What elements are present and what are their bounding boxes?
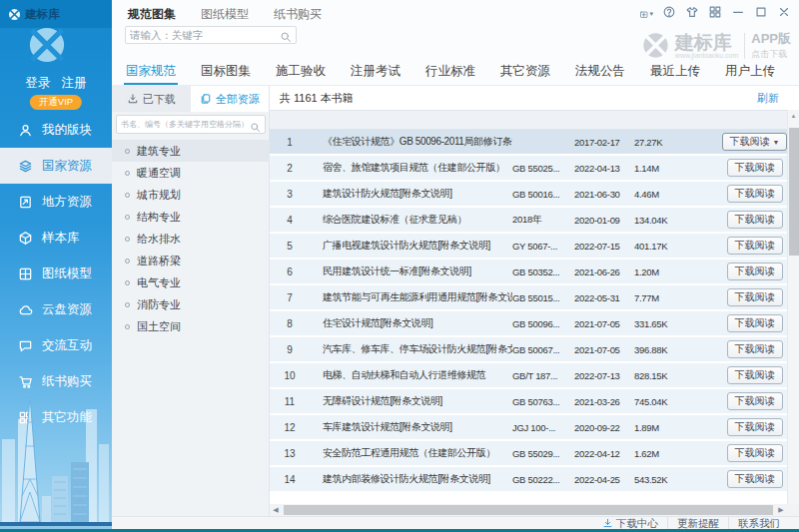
window-titlebar: 规范图集 图纸模型 纸书购买 ▾▾▾▾▾▾▾ xyxy=(112,0,799,28)
window-control[interactable]: ▾ xyxy=(662,7,676,21)
table-row[interactable]: 13 安全防范工程通用规范（住建部公开版） GB 55029... 2022-0… xyxy=(270,441,787,467)
search-icon[interactable] xyxy=(250,119,261,130)
table-row[interactable]: 12 车库建筑设计规范[附条文说明] JGJ 100-... 2020-09-2… xyxy=(270,415,787,441)
top-tab[interactable]: 图纸模型 xyxy=(201,6,249,23)
window-control[interactable]: ▾ xyxy=(708,7,722,21)
table-row[interactable]: 5 广播电视建筑设计防火规范[附条文说明] GY 5067-... 2022-0… xyxy=(270,234,787,260)
category-tab[interactable]: 国标图集 xyxy=(199,57,253,85)
sidebar-nav-item[interactable]: 我的版块 xyxy=(0,112,112,148)
vertical-scrollbar-thumb[interactable] xyxy=(789,128,799,256)
row-number: 4 xyxy=(270,215,310,226)
bullet-icon xyxy=(125,215,130,220)
pages-icon xyxy=(200,93,212,105)
refresh-link[interactable]: 刷新 xyxy=(757,86,779,110)
table-row[interactable]: 4 综合医院建设标准（征求意见稿） 2018年 2020-01-09 134.0… xyxy=(270,208,787,234)
scroll-right-icon[interactable]: ▶ xyxy=(775,504,787,516)
category-item[interactable]: 消防专业 xyxy=(112,293,270,315)
sidebar-nav-label: 图纸模型 xyxy=(42,266,92,282)
book-title: 安全防范工程通用规范（住建部公开版） xyxy=(310,446,512,460)
table-row[interactable]: 7 建筑节能与可再生能源利用通用规范[附条文说明] GB 55015... 20… xyxy=(270,285,787,311)
top-tab[interactable]: 纸书购买 xyxy=(274,6,322,23)
sidebar-nav-item[interactable]: 云盘资源 xyxy=(0,291,112,327)
status-bar-item[interactable]: 联系我们 xyxy=(728,517,789,529)
window-control[interactable]: ▾ xyxy=(685,7,699,21)
horizontal-scrollbar[interactable]: ◀ ▶ xyxy=(270,504,799,516)
table-row[interactable]: 10 电梯、自动扶梯和自动人行道维修规范 GB/T 187... 2022-07… xyxy=(270,363,787,389)
download-read-label: 下载阅读 xyxy=(735,368,775,382)
table-row[interactable]: 6 民用建筑设计统一标准[附条文说明] GB 50352... 2021-06-… xyxy=(270,260,787,285)
category-item[interactable]: 结构专业 xyxy=(112,206,270,228)
download-read-button[interactable]: 下载阅读▼ xyxy=(722,133,788,151)
category-item[interactable]: 电气专业 xyxy=(112,271,270,293)
category-tab[interactable]: 注册考试 xyxy=(349,57,402,85)
table-row[interactable]: 8 住宅设计规范[附条文说明] GB 50096... 2021-07-05 3… xyxy=(270,311,787,337)
category-tab[interactable]: 其它资源 xyxy=(498,57,552,85)
category-tab[interactable]: 用户上传 xyxy=(723,57,777,85)
download-read-button[interactable]: 下载阅读▼ xyxy=(727,159,783,177)
top-tab-label: 图纸模型 xyxy=(201,7,249,21)
vertical-scrollbar[interactable]: ▲ xyxy=(787,110,799,504)
panel-tab[interactable]: 全部资源 xyxy=(191,86,270,112)
download-read-button[interactable]: 下载阅读▼ xyxy=(727,185,783,203)
download-read-button[interactable]: 下载阅读▼ xyxy=(727,444,783,462)
scroll-up-icon[interactable]: ▲ xyxy=(788,110,799,122)
window-control[interactable]: ▾ xyxy=(731,7,745,21)
table-row[interactable]: 3 建筑设计防火规范[附条文说明] GB 50016... 2021-06-30… xyxy=(270,182,787,208)
horizontal-scrollbar-thumb[interactable] xyxy=(284,505,773,515)
category-item[interactable]: 给水排水 xyxy=(112,228,270,250)
download-read-button[interactable]: 下载阅读▼ xyxy=(727,392,783,410)
update-date: 2020-09-22 xyxy=(574,422,634,433)
download-read-button[interactable]: 下载阅读▼ xyxy=(727,418,783,436)
category-tab[interactable]: 最近上传 xyxy=(648,57,702,85)
bullet-icon xyxy=(125,302,130,307)
status-bar-item[interactable]: 更新提醒 xyxy=(667,517,728,529)
search-icon[interactable] xyxy=(280,29,292,41)
table-row[interactable]: 11 无障碍设计规范[附条文说明] GB 50763... 2021-03-26… xyxy=(270,389,787,415)
category-tab[interactable]: 施工验收 xyxy=(274,57,328,85)
download-read-button[interactable]: 下载阅读▼ xyxy=(727,314,783,332)
status-bar-item[interactable]: 下载中心 xyxy=(593,517,667,529)
table-row[interactable]: 9 汽车库、修车库、停车场设计防火规范[附条文说明] GB 50067... 2… xyxy=(270,337,787,363)
sidebar-nav-item[interactable]: 地方资源 xyxy=(0,184,112,220)
sidebar-nav-item[interactable]: 图纸模型 xyxy=(0,256,112,291)
table-row[interactable]: 1 《住宅设计规范》GB 50096-2011局部修订条文及说... 2017-… xyxy=(270,130,787,156)
category-item[interactable]: 城市规划 xyxy=(112,184,270,206)
top-tab[interactable]: 规范图集 xyxy=(128,6,176,23)
register-link[interactable]: 注册 xyxy=(62,76,87,90)
bullet-icon xyxy=(125,259,130,264)
sidebar-nav-item[interactable]: 交流互动 xyxy=(0,327,112,363)
category-list: 建筑专业 暖通空调 城市规划 结构专业 给水排水 xyxy=(112,140,270,337)
window-control[interactable]: ▾ xyxy=(754,7,768,21)
login-link[interactable]: 登录 xyxy=(25,76,50,90)
table-row[interactable]: 14 建筑内部装修设计防火规范[附条文说明] GB 50222... 2022-… xyxy=(270,467,787,493)
download-read-button[interactable]: 下载阅读▼ xyxy=(727,211,783,229)
watermark-app-label: APP版 xyxy=(751,30,791,48)
category-tab[interactable]: 法规公告 xyxy=(573,57,627,85)
download-read-button[interactable]: 下载阅读▼ xyxy=(727,470,783,488)
sidebar-nav-item[interactable]: 样本库 xyxy=(0,220,112,256)
vip-badge[interactable]: 开通VIP xyxy=(30,95,82,110)
brand-logo-large-icon xyxy=(28,26,66,64)
category-tab-label: 施工验收 xyxy=(276,63,326,80)
download-read-button[interactable]: 下载阅读▼ xyxy=(727,366,783,384)
row-number: 8 xyxy=(270,318,310,329)
download-read-button[interactable]: 下载阅读▼ xyxy=(727,263,783,280)
download-read-button[interactable]: 下载阅读▼ xyxy=(727,237,783,255)
download-read-button[interactable]: 下载阅读▼ xyxy=(727,340,783,358)
category-item[interactable]: 道路桥梁 xyxy=(112,250,270,271)
download-read-button[interactable]: 下载阅读▼ xyxy=(727,288,783,306)
window-control[interactable]: ▾ xyxy=(639,7,653,21)
category-tab[interactable]: 行业标准 xyxy=(423,57,477,85)
sidebar-nav-item[interactable]: 国家资源 xyxy=(0,148,112,184)
category-tab[interactable]: 国家规范 xyxy=(124,57,178,85)
category-item[interactable]: 暖通空调 xyxy=(112,162,270,184)
category-item[interactable]: 建筑专业 xyxy=(112,140,270,162)
global-search-input[interactable] xyxy=(126,29,280,41)
scroll-left-icon[interactable]: ◀ xyxy=(270,504,282,516)
category-item[interactable]: 国土空间 xyxy=(112,315,270,337)
window-control[interactable]: ▾ xyxy=(777,7,791,21)
panel-tab[interactable]: 已下载 xyxy=(112,86,191,112)
row-number: 2 xyxy=(270,163,310,174)
table-row[interactable]: 2 宿舍、旅馆建筑项目规范（住建部公开版） GB 55025... 2022-0… xyxy=(270,156,787,182)
book-search-input[interactable] xyxy=(117,120,250,129)
